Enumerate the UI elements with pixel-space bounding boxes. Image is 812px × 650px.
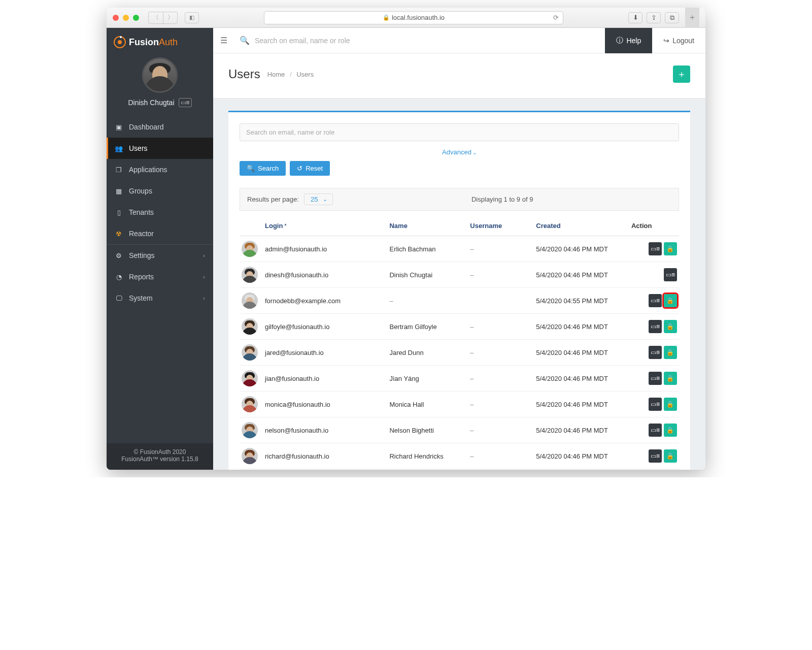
panel-search-input[interactable]	[240, 123, 679, 141]
sidebar: FusionAuth Dinish Chugtai ▭≡ ▣Dashboard …	[107, 28, 213, 470]
help-button[interactable]: ⓘ Help	[605, 28, 652, 53]
sidebar-item-users[interactable]: 👥Users	[107, 138, 213, 159]
breadcrumb-home[interactable]: Home	[267, 71, 285, 78]
lock-icon: 🔒	[383, 14, 390, 21]
reactor-icon: ☢	[115, 230, 123, 238]
sidebar-item-dashboard[interactable]: ▣Dashboard	[107, 116, 213, 138]
new-tab-button[interactable]: ＋	[685, 8, 699, 28]
groups-icon: ▦	[115, 187, 123, 195]
cell-actions: ▭≡🔒	[631, 449, 677, 463]
current-user-avatar[interactable]	[142, 57, 178, 93]
logout-button[interactable]: ↪ Logout	[652, 28, 705, 53]
cell-actions: ▭≡🔒	[631, 398, 677, 411]
lock-user-button[interactable]: 🔒	[664, 320, 677, 333]
cell-name: Monica Hall	[389, 401, 470, 408]
minimize-window-button[interactable]	[123, 15, 129, 21]
lock-user-button[interactable]: 🔒	[664, 346, 677, 359]
global-search-input[interactable]	[255, 37, 600, 45]
cell-actions: ▭≡🔒	[631, 242, 677, 255]
id-card-icon: ▭≡	[666, 271, 675, 278]
cell-created: 5/4/2020 04:46 PM MDT	[536, 245, 631, 253]
show-sidebar-button[interactable]: ◧	[185, 12, 199, 23]
tabs-button[interactable]: ⧉	[665, 12, 679, 23]
col-username[interactable]: Username	[470, 222, 536, 230]
cell-actions: ▭≡🔒	[631, 372, 677, 385]
user-avatar	[242, 267, 258, 283]
sidebar-item-reports[interactable]: ◔Reports‹	[107, 266, 213, 287]
manage-user-button[interactable]: ▭≡	[649, 424, 662, 437]
cell-actions: ▭≡🔒	[631, 424, 677, 437]
reset-button[interactable]: ↺Reset	[290, 161, 330, 176]
undo-icon: ↺	[297, 165, 302, 172]
collapse-sidebar-button[interactable]: ☰	[213, 36, 234, 45]
manage-user-button[interactable]: ▭≡	[649, 320, 662, 333]
add-user-button[interactable]: ＋	[673, 66, 690, 83]
cell-created: 5/4/2020 04:46 PM MDT	[536, 452, 631, 460]
manage-user-button[interactable]: ▭≡	[649, 398, 662, 411]
tenants-icon: ▯	[115, 209, 123, 216]
table-row: admin@fusionauth.ioErlich Bachman–5/4/20…	[240, 236, 679, 262]
chevron-down-icon: ⌄	[472, 150, 477, 155]
search-button[interactable]: 🔍Search	[240, 161, 286, 176]
id-card-icon[interactable]: ▭≡	[179, 98, 192, 107]
cell-login: richard@fusionauth.io	[265, 452, 389, 460]
advanced-toggle[interactable]: Advanced⌄	[240, 141, 679, 161]
sidebar-item-settings[interactable]: ⚙Settings‹	[107, 245, 213, 266]
reload-icon[interactable]: ⟳	[553, 14, 559, 21]
lock-user-button[interactable]: 🔒	[664, 372, 677, 385]
brand-logo: FusionAuth	[107, 28, 213, 52]
manage-user-button[interactable]: ▭≡	[649, 346, 662, 359]
table-header: Login˄ Name Username Created Action	[240, 216, 679, 236]
settings-icon: ⚙	[115, 252, 123, 259]
manage-user-button[interactable]: ▭≡	[649, 372, 662, 385]
cell-actions: ▭≡🔒	[631, 346, 677, 359]
user-avatar	[242, 344, 258, 361]
lock-icon: 🔒	[666, 375, 674, 382]
lock-user-button[interactable]: 🔒	[664, 449, 677, 463]
manage-user-button[interactable]: ▭≡	[664, 268, 677, 281]
user-avatar	[242, 422, 258, 438]
forward-button[interactable]: 〉	[163, 12, 177, 23]
sidebar-item-reactor[interactable]: ☢Reactor	[107, 223, 213, 244]
sidebar-item-applications[interactable]: ❐Applications	[107, 159, 213, 180]
cell-created: 5/4/2020 04:46 PM MDT	[536, 401, 631, 408]
share-button[interactable]: ⇪	[647, 12, 661, 23]
id-card-icon: ▭≡	[651, 245, 660, 252]
lock-user-button[interactable]: 🔒	[664, 294, 677, 307]
manage-user-button[interactable]: ▭≡	[649, 294, 662, 307]
cell-created: 5/4/2020 04:46 PM MDT	[536, 427, 631, 434]
sidebar-item-system[interactable]: 🖵System‹	[107, 287, 213, 309]
users-table: Login˄ Name Username Created Action admi…	[240, 216, 679, 469]
id-card-icon: ▭≡	[651, 297, 660, 304]
brand-name: FusionAuth	[129, 37, 178, 48]
cell-name: Jared Dunn	[389, 349, 470, 356]
results-per-page-select[interactable]: 25⌄	[304, 193, 333, 205]
sidebar-item-tenants[interactable]: ▯Tenants	[107, 202, 213, 223]
users-icon: 👥	[115, 145, 123, 152]
address-bar[interactable]: 🔒 local.fusionauth.io ⟳	[264, 11, 563, 24]
close-window-button[interactable]	[113, 15, 119, 21]
sidebar-item-groups[interactable]: ▦Groups	[107, 180, 213, 202]
cell-username: –	[470, 323, 536, 331]
cell-actions: ▭≡🔒	[631, 294, 677, 307]
lock-user-button[interactable]: 🔒	[664, 398, 677, 411]
table-row: richard@fusionauth.ioRichard Hendricks–5…	[240, 443, 679, 469]
manage-user-button[interactable]: ▭≡	[649, 242, 662, 255]
cell-name: Dinish Chugtai	[389, 271, 470, 279]
applications-icon: ❐	[115, 166, 123, 174]
lock-icon: 🔒	[666, 452, 674, 460]
back-button[interactable]: 〈	[149, 12, 163, 23]
lock-icon: 🔒	[666, 245, 674, 252]
lock-user-button[interactable]: 🔒	[664, 424, 677, 437]
search-icon: 🔍	[240, 36, 250, 45]
manage-user-button[interactable]: ▭≡	[649, 449, 662, 463]
cell-created: 5/4/2020 04:46 PM MDT	[536, 349, 631, 356]
col-login[interactable]: Login˄	[265, 222, 389, 230]
col-created[interactable]: Created	[536, 222, 631, 230]
lock-user-button[interactable]: 🔒	[664, 242, 677, 255]
cell-name: Bertram Gilfoyle	[389, 323, 470, 331]
zoom-window-button[interactable]	[133, 15, 139, 21]
downloads-button[interactable]: ⬇	[628, 12, 642, 23]
col-name[interactable]: Name	[389, 222, 470, 230]
pagination-bar: Results per page: 25⌄ Displaying 1 to 9 …	[240, 188, 679, 211]
